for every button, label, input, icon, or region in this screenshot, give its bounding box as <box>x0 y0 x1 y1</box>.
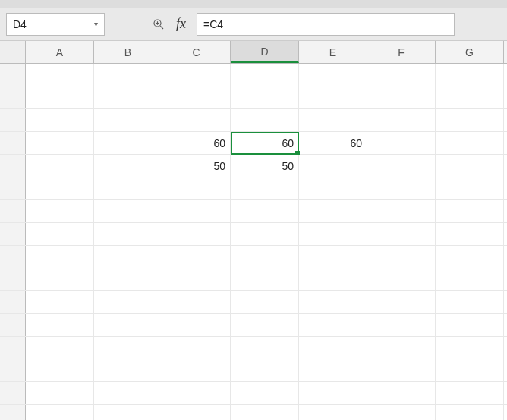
cell-G11[interactable] <box>436 291 504 313</box>
row-header-6[interactable] <box>0 177 26 199</box>
cell-C1[interactable] <box>162 64 231 86</box>
cell-A15[interactable] <box>26 382 94 404</box>
cell-C15[interactable] <box>162 382 231 404</box>
cell-F13[interactable] <box>367 337 436 359</box>
cell-C6[interactable] <box>162 177 231 199</box>
cell-D6[interactable] <box>231 177 299 199</box>
cell-B14[interactable] <box>94 359 162 381</box>
cell-A13[interactable] <box>26 337 94 359</box>
cell-G3[interactable] <box>436 109 504 131</box>
cell-C7[interactable] <box>162 200 231 222</box>
cell-C4[interactable]: 60 <box>162 132 231 154</box>
row-header-3[interactable] <box>0 109 26 131</box>
cell-E11[interactable] <box>299 291 367 313</box>
cell-E14[interactable] <box>299 359 367 381</box>
cell-C11[interactable] <box>162 291 231 313</box>
cell-B12[interactable] <box>94 314 162 336</box>
cell-D11[interactable] <box>231 291 299 313</box>
cell-B1[interactable] <box>94 64 162 86</box>
cell-F7[interactable] <box>367 200 436 222</box>
cell-F10[interactable] <box>367 268 436 290</box>
cell-G14[interactable] <box>436 359 504 381</box>
select-all-corner[interactable] <box>0 41 26 63</box>
cell-D13[interactable] <box>231 337 299 359</box>
cell-C10[interactable] <box>162 268 231 290</box>
cell-E15[interactable] <box>299 382 367 404</box>
cell-E2[interactable] <box>299 86 367 108</box>
chevron-down-icon[interactable]: ▾ <box>94 20 98 28</box>
cell-B5[interactable] <box>94 155 162 177</box>
cell-G1[interactable] <box>436 64 504 86</box>
cell-C8[interactable] <box>162 223 231 245</box>
row-header-11[interactable] <box>0 291 26 313</box>
row-header-15[interactable] <box>0 382 26 404</box>
column-header-C[interactable]: C <box>162 41 231 63</box>
cell-D10[interactable] <box>231 268 299 290</box>
cell-C2[interactable] <box>162 86 231 108</box>
cell-B8[interactable] <box>94 223 162 245</box>
cell-E4[interactable]: 60 <box>299 132 367 154</box>
cell-E3[interactable] <box>299 109 367 131</box>
cell-G4[interactable] <box>436 132 504 154</box>
column-header-D[interactable]: D <box>231 41 299 63</box>
cell-F11[interactable] <box>367 291 436 313</box>
cell-B10[interactable] <box>94 268 162 290</box>
cell-D7[interactable] <box>231 200 299 222</box>
cell-E10[interactable] <box>299 268 367 290</box>
cell-E16[interactable] <box>299 405 367 420</box>
cell-A1[interactable] <box>26 64 94 86</box>
cell-F4[interactable] <box>367 132 436 154</box>
cell-D2[interactable] <box>231 86 299 108</box>
cell-B11[interactable] <box>94 291 162 313</box>
cell-D14[interactable] <box>231 359 299 381</box>
cell-C13[interactable] <box>162 337 231 359</box>
cell-E7[interactable] <box>299 200 367 222</box>
cell-G15[interactable] <box>436 382 504 404</box>
cell-F15[interactable] <box>367 382 436 404</box>
cell-E13[interactable] <box>299 337 367 359</box>
cell-A2[interactable] <box>26 86 94 108</box>
cell-F1[interactable] <box>367 64 436 86</box>
column-header-F[interactable]: F <box>367 41 436 63</box>
cell-B15[interactable] <box>94 382 162 404</box>
row-header-1[interactable] <box>0 64 26 86</box>
row-header-16[interactable] <box>0 405 26 420</box>
column-header-A[interactable]: A <box>26 41 94 63</box>
row-header-7[interactable] <box>0 200 26 222</box>
row-header-14[interactable] <box>0 359 26 381</box>
cell-G9[interactable] <box>436 246 504 268</box>
column-header-B[interactable]: B <box>94 41 162 63</box>
cell-F12[interactable] <box>367 314 436 336</box>
row-header-8[interactable] <box>0 223 26 245</box>
cell-D16[interactable] <box>231 405 299 420</box>
cell-A10[interactable] <box>26 268 94 290</box>
cell-C9[interactable] <box>162 246 231 268</box>
cell-F16[interactable] <box>367 405 436 420</box>
cell-D4[interactable]: 60 <box>231 132 299 154</box>
cell-F14[interactable] <box>367 359 436 381</box>
cell-A6[interactable] <box>26 177 94 199</box>
cell-E12[interactable] <box>299 314 367 336</box>
cell-E1[interactable] <box>299 64 367 86</box>
cell-C3[interactable] <box>162 109 231 131</box>
cell-C14[interactable] <box>162 359 231 381</box>
cell-F6[interactable] <box>367 177 436 199</box>
cell-F8[interactable] <box>367 223 436 245</box>
cell-B16[interactable] <box>94 405 162 420</box>
row-header-12[interactable] <box>0 314 26 336</box>
cell-D9[interactable] <box>231 246 299 268</box>
cell-G2[interactable] <box>436 86 504 108</box>
cell-G16[interactable] <box>436 405 504 420</box>
cell-B7[interactable] <box>94 200 162 222</box>
cell-D15[interactable] <box>231 382 299 404</box>
cell-A12[interactable] <box>26 314 94 336</box>
row-header-13[interactable] <box>0 337 26 359</box>
cell-A9[interactable] <box>26 246 94 268</box>
column-header-G[interactable]: G <box>436 41 504 63</box>
column-header-E[interactable]: E <box>299 41 367 63</box>
cell-C5[interactable]: 50 <box>162 155 231 177</box>
cell-F5[interactable] <box>367 155 436 177</box>
cell-F2[interactable] <box>367 86 436 108</box>
cell-G7[interactable] <box>436 200 504 222</box>
cell-C16[interactable] <box>162 405 231 420</box>
